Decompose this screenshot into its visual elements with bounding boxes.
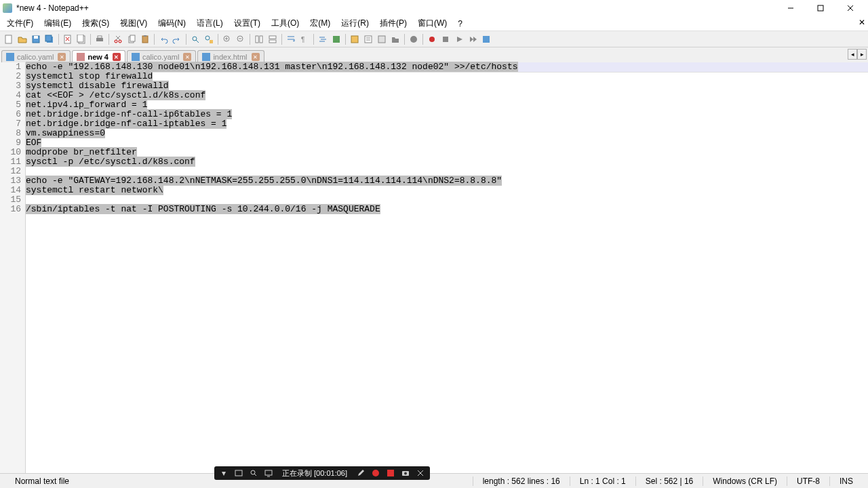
cut-icon[interactable] [112, 33, 124, 45]
open-file-icon[interactable] [16, 33, 28, 45]
recorder-menu-icon[interactable]: ▾ [218, 468, 229, 479]
menu-view[interactable]: 视图(V) [115, 16, 153, 31]
status-eol[interactable]: Windows (CR LF) [703, 476, 787, 486]
editor-line[interactable]: systemctl restart network\ [26, 186, 868, 195]
svg-line-25 [196, 40, 199, 43]
line-number-gutter: 12345678910111213141516 [0, 62, 26, 480]
play-multi-icon[interactable] [467, 33, 479, 45]
find-icon[interactable] [189, 33, 201, 45]
print-icon[interactable] [94, 33, 106, 45]
paste-icon[interactable] [139, 33, 151, 45]
editor-line[interactable]: modprobe br_netfilter [26, 148, 868, 157]
menu-window[interactable]: 窗口(W) [412, 16, 452, 31]
menu-plugins[interactable]: 插件(P) [374, 16, 412, 31]
tab-close-icon[interactable]: ✕ [58, 53, 66, 61]
editor-line[interactable] [26, 195, 868, 205]
sync-h-icon[interactable] [267, 33, 279, 45]
tab-close-icon[interactable]: ✕ [252, 53, 260, 61]
editor-line[interactable]: sysctl -p /etc/sysctl.d/k8s.conf [26, 157, 868, 167]
status-mode[interactable]: INS [829, 476, 863, 486]
close-all-icon[interactable] [75, 33, 87, 45]
recorder-stop-icon[interactable] [385, 468, 396, 479]
svg-rect-1 [818, 5, 823, 11]
play-macro-icon[interactable] [453, 33, 465, 45]
indent-guide-icon[interactable] [317, 33, 329, 45]
record-macro-icon[interactable] [426, 33, 438, 45]
status-bar: Normal text file length : 562 lines : 16… [0, 473, 868, 488]
doc-map-icon[interactable] [349, 33, 361, 45]
recorder-window-icon[interactable] [233, 468, 244, 479]
sync-v-icon[interactable] [253, 33, 265, 45]
editor-line[interactable]: echo -e "GATEWAY=192.168.148.2\nNETMASK=… [26, 176, 868, 186]
editor-line[interactable]: cat <<EOF > /etc/sysctl.d/k8s.conf [26, 91, 868, 100]
svg-line-55 [254, 474, 256, 476]
screen-recorder-bar[interactable]: ▾ 正在录制 [00:01:06] [214, 466, 430, 480]
menu-tools[interactable]: 工具(O) [266, 16, 304, 31]
menu-search[interactable]: 搜索(S) [77, 16, 115, 31]
editor-line[interactable]: vm.swappiness=0 [26, 129, 868, 138]
zoom-in-icon[interactable] [221, 33, 233, 45]
editor-line[interactable]: net.bridge.bridge-nf-call-iptables = 1 [26, 119, 868, 129]
maximize-button[interactable] [806, 0, 835, 16]
editor-line[interactable]: EOF [26, 138, 868, 148]
menu-encoding[interactable]: 编码(N) [153, 16, 191, 31]
tab-new4[interactable]: new 4 ✕ [72, 50, 125, 62]
lang-udl-icon[interactable] [330, 33, 342, 45]
tab-next-button[interactable]: ▸ [857, 49, 867, 60]
menu-run[interactable]: 运行(R) [336, 16, 374, 31]
save-icon[interactable] [30, 33, 42, 45]
tab-close-icon[interactable]: ✕ [113, 53, 121, 61]
copy-icon[interactable] [125, 33, 138, 45]
tab-calico-1[interactable]: calico.yaml ✕ [1, 50, 71, 62]
close-file-icon[interactable] [62, 33, 74, 45]
editor-line[interactable]: net.ipv4.ip_forward = 1 [26, 100, 868, 110]
recorder-close-icon[interactable] [415, 468, 426, 479]
editor-line[interactable]: echo -e "192.168.148.130 node01\n192.168… [26, 62, 868, 72]
status-encoding[interactable]: UTF-8 [787, 476, 829, 486]
tab-prev-button[interactable]: ◂ [848, 49, 857, 60]
tab-nav: ◂ ▸ [848, 49, 867, 60]
folder-icon[interactable] [389, 33, 401, 45]
tab-calico-2[interactable]: calico.yaml ✕ [127, 50, 196, 62]
stop-macro-icon[interactable] [439, 33, 452, 45]
menu-language[interactable]: 语言(L) [191, 16, 229, 31]
zoom-out-icon[interactable] [235, 33, 247, 45]
save-macro-icon[interactable] [480, 33, 492, 45]
menu-close-x[interactable]: ✕ [857, 18, 867, 27]
monitor-icon[interactable] [408, 33, 420, 45]
editor-line[interactable]: systemctl stop firewalld [26, 72, 868, 81]
menu-help[interactable]: ? [452, 17, 468, 30]
recorder-pause-icon[interactable] [370, 468, 381, 479]
new-file-icon[interactable] [3, 33, 15, 45]
file-type-icon [6, 53, 14, 61]
undo-icon[interactable] [157, 33, 170, 45]
func-list-icon[interactable] [376, 33, 388, 45]
allchars-icon[interactable]: ¶ [298, 33, 311, 45]
svg-rect-56 [265, 470, 272, 475]
editor-line[interactable]: systemctl disable firewalld [26, 81, 868, 91]
close-button[interactable] [835, 0, 865, 16]
save-all-icon[interactable] [43, 33, 56, 45]
menu-settings[interactable]: 设置(T) [229, 16, 266, 31]
tab-index-html[interactable]: index.html ✕ [197, 50, 264, 62]
recorder-edit-icon[interactable] [355, 468, 366, 479]
editor-content[interactable]: echo -e "192.168.148.130 node01\n192.168… [26, 62, 868, 480]
replace-icon[interactable] [203, 33, 215, 45]
doc-list-icon[interactable] [362, 33, 374, 45]
redo-icon[interactable] [171, 33, 183, 45]
menu-macro[interactable]: 宏(M) [304, 16, 336, 31]
recorder-monitor-icon[interactable] [263, 468, 274, 479]
line-number: 3 [0, 81, 21, 91]
editor-line[interactable] [26, 167, 868, 176]
minimize-button[interactable] [776, 0, 806, 16]
menu-file[interactable]: 文件(F) [1, 16, 39, 31]
tab-label: index.html [213, 53, 247, 61]
menu-edit[interactable]: 编辑(E) [39, 16, 77, 31]
editor[interactable]: 12345678910111213141516 echo -e "192.168… [0, 62, 868, 480]
recorder-camera-icon[interactable] [400, 468, 411, 479]
editor-line[interactable]: /sbin/iptables -t nat -I POSTROUTING -s … [26, 205, 868, 214]
wordwrap-icon[interactable] [285, 33, 297, 45]
editor-line[interactable]: net.bridge.bridge-nf-call-ip6tables = 1 [26, 110, 868, 119]
tab-close-icon[interactable]: ✕ [183, 53, 191, 61]
recorder-zoom-icon[interactable] [248, 468, 259, 479]
